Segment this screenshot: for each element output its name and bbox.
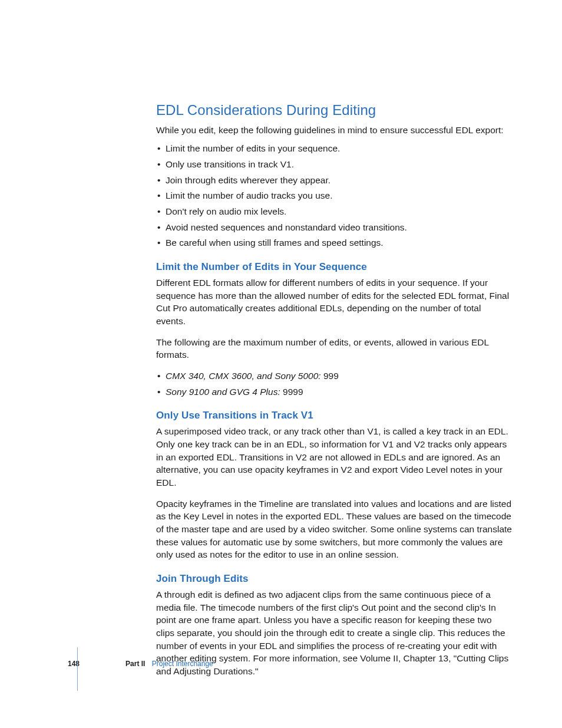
list-item: Be careful when using still frames and s…: [156, 236, 512, 249]
page-content: EDL Considerations During Editing While …: [0, 0, 562, 678]
list-item: Sony 9100 and GVG 4 Plus: 9999: [156, 386, 512, 398]
footer-part: Part II Project Interchange: [125, 659, 213, 669]
sub-heading-transitions-v1: Only Use Transitions in Track V1: [156, 409, 512, 423]
list-item: CMX 340, CMX 3600, and Sony 5000: 999: [156, 370, 512, 383]
body-text: Different EDL formats allow for differen…: [156, 276, 512, 328]
part-label: Part II: [125, 660, 145, 668]
list-item: Limit the number of edits in your sequen…: [156, 142, 512, 155]
intro-text: While you edit, keep the following guide…: [156, 124, 512, 137]
format-value: 999: [321, 371, 339, 381]
format-label: Sony 9100 and GVG 4 Plus:: [166, 387, 280, 397]
format-label: CMX 340, CMX 3600, and Sony 5000:: [166, 371, 321, 381]
list-item: Don't rely on audio mix levels.: [156, 205, 512, 218]
body-text: A superimposed video track, or any track…: [156, 425, 512, 489]
body-text: Opacity keyframes in the Timeline are tr…: [156, 498, 512, 561]
list-item: Avoid nested sequences and nonstandard v…: [156, 221, 512, 234]
guideline-list: Limit the number of edits in your sequen…: [156, 142, 512, 249]
main-heading: EDL Considerations During Editing: [156, 100, 512, 120]
page-footer: 148 Part II Project Interchange: [68, 659, 213, 669]
page-number: 148: [68, 659, 80, 669]
format-list: CMX 340, CMX 3600, and Sony 5000: 999 So…: [156, 370, 512, 398]
footer-rule: [77, 647, 78, 691]
body-text: The following are the maximum number of …: [156, 336, 512, 361]
list-item: Limit the number of audio tracks you use…: [156, 189, 512, 202]
sub-heading-limit-edits: Limit the Number of Edits in Your Sequen…: [156, 260, 512, 274]
format-value: 9999: [280, 387, 303, 397]
sub-heading-join-through-edits: Join Through Edits: [156, 572, 512, 586]
list-item: Join through edits wherever they appear.: [156, 174, 512, 187]
list-item: Only use transitions in track V1.: [156, 158, 512, 171]
part-title: Project Interchange: [152, 660, 213, 668]
